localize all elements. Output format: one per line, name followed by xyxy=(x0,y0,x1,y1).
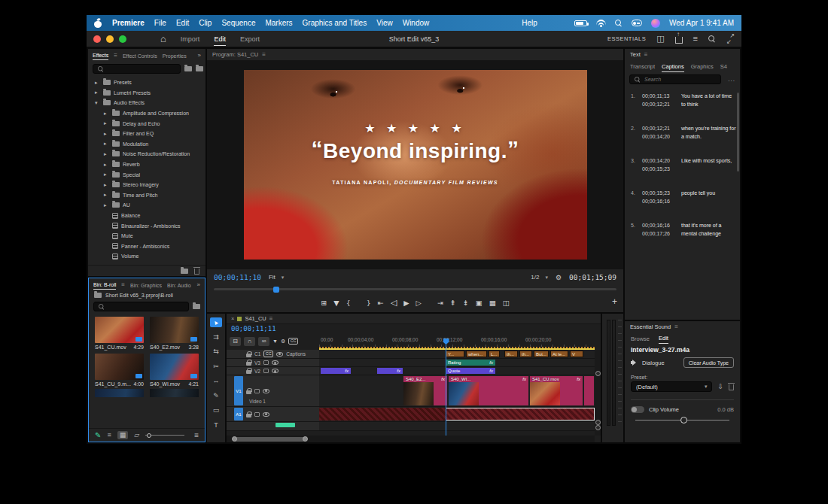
tab-edit[interactable]: Edit xyxy=(214,32,226,46)
tab-sequence[interactable]: S4 xyxy=(720,61,727,71)
type-tool[interactable]: T xyxy=(210,421,222,430)
bin-clip[interactable]: S40_WI.mov 4:21 xyxy=(150,354,199,387)
effects-tree-item[interactable]: ▸ Reverb xyxy=(88,159,205,170)
panel-overflow-icon[interactable]: » xyxy=(198,52,201,59)
chevron-icon[interactable]: ▸ xyxy=(95,80,100,86)
tab-export[interactable]: Export xyxy=(240,32,260,45)
multi-camera-icon[interactable]: ▦ xyxy=(489,299,496,307)
mark-out-icon[interactable]: } xyxy=(367,299,371,307)
caption-clip[interactable]: th... xyxy=(504,351,518,357)
caption-row[interactable]: 3. 00;00;14;2000;00;15;23 Like with most… xyxy=(631,157,737,173)
new-custom-bin-icon[interactable] xyxy=(196,66,203,71)
menu-item[interactable]: Premiere xyxy=(112,19,145,27)
caption-row[interactable]: 1. 00;00;11;1300;00;12;21 You have a lot… xyxy=(631,93,737,108)
minimize-window-button[interactable] xyxy=(106,35,114,43)
chevron-icon[interactable]: ▸ xyxy=(104,151,109,157)
clip-thumbnail[interactable] xyxy=(95,389,144,397)
caption-clip[interactable]: At le... xyxy=(550,351,568,357)
v1-track-content[interactable]: S40_E2... fx S40_WI... fx xyxy=(319,375,595,406)
list-view-icon[interactable]: ≡ xyxy=(107,432,111,439)
tab-transcript[interactable]: Transcript xyxy=(630,61,655,71)
razor-tool[interactable]: ✂ xyxy=(210,362,222,372)
spotlight-search-icon[interactable] xyxy=(615,20,623,27)
panel-menu-icon[interactable]: ≡ xyxy=(114,52,117,59)
eye-icon[interactable] xyxy=(263,389,269,393)
graphic-clip-quote[interactable]: Quotefx xyxy=(446,368,495,374)
tab-effect-controls[interactable]: Effect Controls xyxy=(123,51,157,60)
caption-clip[interactable]: Y... xyxy=(446,351,464,357)
step-back-icon[interactable]: ◁ xyxy=(391,299,397,307)
step-forward-icon[interactable]: ▷ xyxy=(416,299,421,307)
audio-meters-panel[interactable] xyxy=(602,314,623,442)
freeform-view-icon[interactable]: ▱ xyxy=(134,432,139,439)
mark-in-icon[interactable]: { xyxy=(346,299,351,307)
captions-search-box[interactable] xyxy=(629,74,721,84)
scroll-zoom-handle[interactable] xyxy=(303,436,308,442)
captions-search-input[interactable] xyxy=(644,77,717,82)
effects-tree-item[interactable]: Binauralizer - Ambisonics xyxy=(88,220,205,231)
caption-text[interactable]: that it's more of a mental challenge xyxy=(681,222,737,238)
pen-tool[interactable]: ✎ xyxy=(210,391,222,401)
writable-bin-icon[interactable]: ✎ xyxy=(95,431,101,439)
caption-clip[interactable]: when... xyxy=(466,351,487,357)
settings-wrench-icon[interactable]: ⚙ xyxy=(556,274,562,281)
graphic-clip-rating[interactable]: Ratingfx xyxy=(446,360,495,366)
chevron-icon[interactable]: ▸ xyxy=(104,192,109,198)
sequence-tab[interactable]: S41_CU xyxy=(245,315,266,322)
menu-item-help[interactable]: Help xyxy=(522,19,537,27)
add-marker-icon[interactable]: ▼ xyxy=(272,339,278,344)
menu-item[interactable]: Sequence xyxy=(221,19,255,27)
effects-tree-item[interactable]: ▸ AU xyxy=(88,200,205,211)
rectangle-tool[interactable]: ▭ xyxy=(210,405,222,415)
effects-tree-item[interactable]: ▸ Amplitude and Compression xyxy=(88,108,205,119)
menu-item[interactable]: Edit xyxy=(176,19,189,27)
effects-search-input[interactable] xyxy=(108,66,176,71)
effects-tree-item[interactable]: ▸ Stereo Imagery xyxy=(88,180,205,190)
caption-clip[interactable]: V xyxy=(570,351,583,357)
eye-icon[interactable] xyxy=(272,369,279,373)
graphic-clip[interactable]: fx xyxy=(377,368,403,374)
wifi-icon[interactable] xyxy=(596,20,606,27)
siri-icon[interactable] xyxy=(651,19,660,28)
proxy-toggle-icon[interactable]: ◫ xyxy=(503,299,510,307)
effects-tree-item[interactable]: ▸ Time and Pitch xyxy=(88,190,205,201)
lock-icon[interactable] xyxy=(246,411,251,417)
chevron-icon[interactable]: ▸ xyxy=(104,182,109,188)
effects-tree-item[interactable]: Balance xyxy=(88,211,205,221)
chevron-icon[interactable]: ▸ xyxy=(104,141,109,147)
caption-text[interactable]: You have a lot of time to think xyxy=(681,93,737,108)
video-clip[interactable]: S40_E2... fx xyxy=(403,376,447,405)
menu-item[interactable]: Window xyxy=(403,19,430,27)
delete-custom-item-icon[interactable] xyxy=(194,269,199,275)
bin-clip[interactable]: S41_CU.mov 4:29 xyxy=(95,317,144,350)
new-custom-bin-icon[interactable] xyxy=(181,269,188,274)
scroll-zoom-handle[interactable] xyxy=(595,420,601,425)
timeline-ruler[interactable]: 00;0000;00;04;0000;00;08;0000;00;12;0000… xyxy=(319,335,595,347)
mute-icon[interactable] xyxy=(263,412,269,417)
close-sequence-icon[interactable]: × xyxy=(231,315,234,322)
source-patch-a1[interactable]: A1 xyxy=(234,408,243,421)
scrubber-playhead[interactable] xyxy=(273,287,279,293)
menu-item[interactable]: File xyxy=(154,19,166,27)
sync-lock-icon[interactable] xyxy=(263,360,269,365)
ripple-edit-tool[interactable]: ⇆ xyxy=(210,347,222,357)
caption-clip[interactable]: L... xyxy=(489,351,500,357)
lock-icon[interactable] xyxy=(246,368,251,374)
track-select-forward-tool[interactable]: ⇉ xyxy=(210,332,222,342)
clip-volume-toggle[interactable] xyxy=(631,406,644,413)
video-clip[interactable] xyxy=(584,376,594,405)
timeline-timecode[interactable]: 00;00;11;11 xyxy=(231,325,276,332)
panel-menu-icon[interactable]: ≡ xyxy=(121,281,125,288)
workspace-label[interactable]: ESSENTIALS xyxy=(607,35,646,42)
effects-tree-item[interactable]: Panner - Ambisonics xyxy=(88,241,205,252)
zoom-window-button[interactable] xyxy=(119,35,126,43)
caption-text[interactable]: when you're training for a match. xyxy=(681,125,737,141)
lift-icon[interactable]: ⇞ xyxy=(450,299,456,307)
source-patch-v1[interactable]: V1 xyxy=(234,376,243,405)
chevron-icon[interactable]: ▸ xyxy=(104,131,109,137)
clip-volume-slider[interactable] xyxy=(635,416,729,425)
caption-text[interactable]: people tell you xyxy=(681,190,737,205)
effects-search-box[interactable] xyxy=(93,64,181,74)
slider-handle[interactable] xyxy=(680,417,687,424)
caption-row[interactable]: 2. 00;00;12;2100;00;14;20 when you're tr… xyxy=(631,125,737,141)
